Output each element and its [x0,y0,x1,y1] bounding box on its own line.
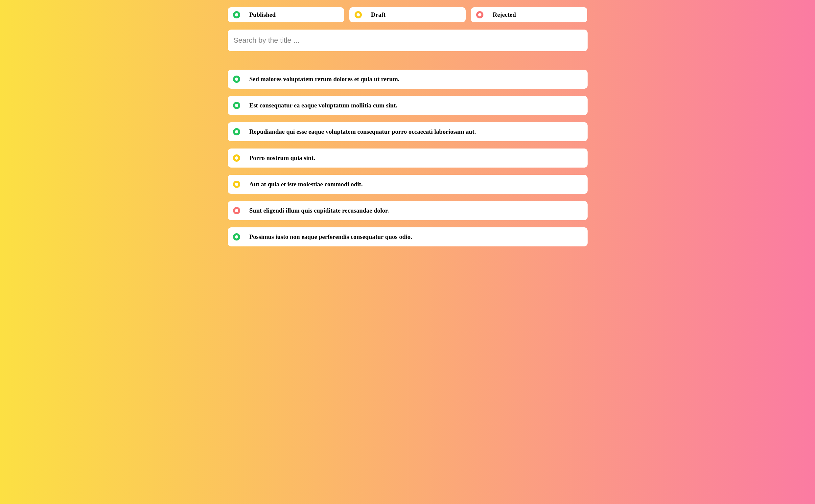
circle-icon [233,102,240,109]
list-item[interactable]: Sunt eligendi illum quis cupiditate recu… [228,201,588,220]
filter-draft[interactable]: Draft [349,7,466,22]
circle-icon [476,11,483,18]
list-item[interactable]: Porro nostrum quia sint. [228,149,588,168]
filter-label: Draft [371,11,385,18]
circle-icon [233,181,240,188]
item-title: Est consequatur ea eaque voluptatum moll… [249,102,397,109]
circle-icon [233,154,240,162]
item-title: Aut at quia et iste molestiae commodi od… [249,181,363,188]
item-title: Sed maiores voluptatem rerum dolores et … [249,76,400,83]
item-title: Sunt eligendi illum quis cupiditate recu… [249,207,389,214]
circle-icon [233,76,240,83]
item-title: Repudiandae qui esse eaque voluptatem co… [249,128,476,135]
filter-label: Rejected [493,11,516,18]
item-title: Porro nostrum quia sint. [249,154,315,162]
list-item[interactable]: Repudiandae qui esse eaque voluptatem co… [228,122,588,141]
list-item[interactable]: Possimus iusto non eaque perferendis con… [228,227,588,246]
circle-icon [233,207,240,214]
search-input[interactable] [228,30,588,51]
main-container: Published Draft Rejected Sed maiores vol… [224,7,591,246]
filter-published[interactable]: Published [228,7,344,22]
circle-icon [233,11,240,18]
circle-icon [233,233,240,241]
filter-rejected[interactable]: Rejected [471,7,587,22]
item-list: Sed maiores voluptatem rerum dolores et … [228,70,588,246]
circle-icon [355,11,362,18]
circle-icon [233,128,240,135]
list-item[interactable]: Sed maiores voluptatem rerum dolores et … [228,70,588,89]
list-item[interactable]: Est consequatur ea eaque voluptatum moll… [228,96,588,115]
search-wrapper [228,30,588,51]
item-title: Possimus iusto non eaque perferendis con… [249,233,412,241]
list-item[interactable]: Aut at quia et iste molestiae commodi od… [228,175,588,194]
filter-label: Published [249,11,276,18]
filter-row: Published Draft Rejected [228,7,588,22]
